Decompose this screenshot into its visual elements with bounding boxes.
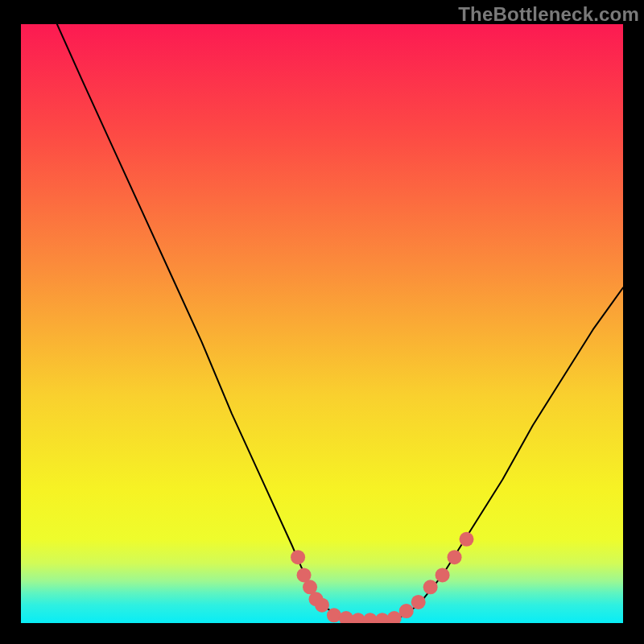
highlight-dot (399, 604, 414, 618)
plot-area (21, 24, 623, 623)
highlight-dot (460, 532, 474, 547)
highlight-dot (327, 608, 341, 622)
chart-frame: TheBottleneck.com (0, 0, 644, 644)
highlight-dot (411, 595, 426, 609)
chart-svg (21, 24, 623, 623)
highlight-dot (423, 580, 438, 594)
highlight-dot (291, 550, 305, 564)
gradient-background (21, 24, 623, 623)
attribution-label: TheBottleneck.com (458, 3, 639, 26)
highlight-dot (436, 568, 450, 582)
highlight-dot (315, 598, 329, 613)
highlight-dot (448, 550, 462, 564)
